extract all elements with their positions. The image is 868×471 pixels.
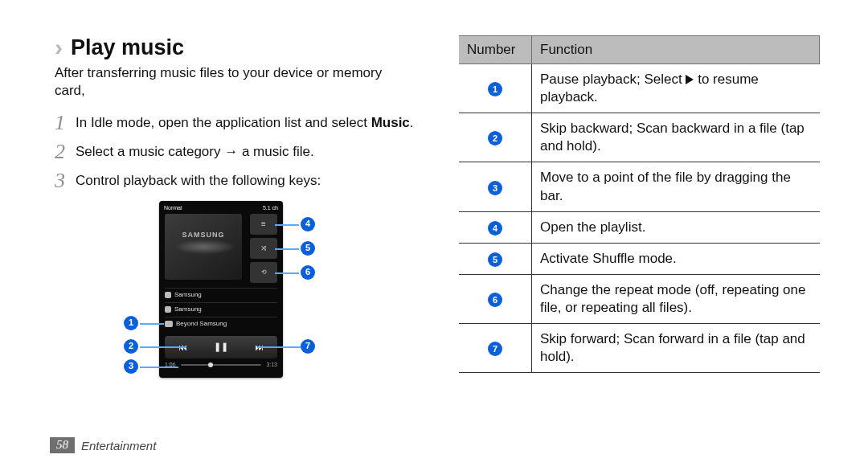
step-item: 3 Control playback with the following ke… [55, 172, 416, 191]
row-function: Open the playlist. [532, 211, 820, 243]
pause-icon: ❚❚ [214, 342, 228, 352]
callout-bubble: 7 [301, 339, 315, 354]
step-text: Control playback with the following keys… [76, 172, 321, 190]
row-function: Change the repeat mode (off, repeating o… [532, 274, 820, 323]
status-channel: 5.1 ch [263, 205, 278, 211]
table-row: 7 Skip forward; Scan forward in a file (… [459, 324, 820, 373]
repeat-icon: ⟲ [250, 262, 277, 283]
chevron-right-icon: › [55, 35, 63, 59]
table-row: 6 Change the repeat mode (off, repeating… [459, 274, 820, 323]
shuffle-icon: ⤨ [250, 238, 277, 259]
function-table: Number Function 1 Pause playback; Select… [459, 35, 820, 373]
section-name: Entertainment [81, 439, 156, 453]
intro-text: After transferring music files to your d… [55, 64, 416, 100]
person-icon [165, 292, 171, 298]
col-function-header: Function [532, 36, 820, 64]
play-icon [686, 75, 694, 84]
time-total: 3:13 [266, 362, 277, 367]
leader-line [140, 323, 164, 325]
step-number: 1 [55, 113, 76, 133]
step-item: 1 In Idle mode, open the application lis… [55, 114, 416, 133]
table-row: 5 Activate Shuffle mode. [459, 243, 820, 274]
music-player-figure: Normal 5.1 ch SAMSUNG ≡ ⤨ ⟲ Samsung Sams… [122, 201, 323, 394]
table-row: 2 Skip backward; Scan backward in a file… [459, 113, 820, 162]
row-function: Activate Shuffle mode. [532, 243, 820, 274]
samsung-logo: SAMSUNG [182, 231, 224, 239]
right-column: Number Function 1 Pause playback; Select… [459, 35, 820, 394]
page-number: 58 [50, 437, 75, 453]
table-row: 3 Move to a point of the file by draggin… [459, 162, 820, 211]
row-number-bubble: 6 [488, 293, 502, 307]
leader-line [275, 224, 299, 226]
note-icon [165, 321, 173, 327]
col-number-header: Number [459, 36, 532, 64]
row-function: Skip forward; Scan forward in a file (ta… [532, 324, 820, 373]
step-text: In Idle mode, open the application list … [76, 114, 414, 133]
playlist-icon: ≡ [250, 214, 277, 235]
table-row: 4 Open the playlist. [459, 211, 820, 243]
row-number-bubble: 5 [488, 252, 502, 267]
step-item: 2 Select a music category → a music file… [55, 143, 416, 162]
table-row: 1 Pause playback; Select to resume playb… [459, 64, 820, 113]
seek-track [181, 364, 261, 366]
callout-bubble: 4 [301, 217, 315, 231]
step-text: Select a music category → a music file. [76, 143, 314, 162]
artist-row: Samsung [165, 288, 277, 301]
callout-bubble: 1 [124, 316, 138, 330]
manual-page: › Play music After transferring music fi… [0, 0, 868, 471]
heading-text: Play music [71, 37, 184, 59]
album-art: SAMSUNG [165, 214, 242, 280]
seek-bar: 1:06 3:13 [165, 362, 277, 367]
callout-bubble: 5 [301, 241, 315, 256]
track-row: Beyond Samsung [165, 317, 277, 330]
row-number-bubble: 4 [488, 221, 502, 236]
callout-bubble: 3 [124, 359, 138, 374]
step-number: 3 [55, 170, 76, 191]
step-list: 1 In Idle mode, open the application lis… [55, 114, 416, 191]
album-row: Samsung [165, 302, 277, 316]
leader-line [140, 346, 186, 348]
row-number-bubble: 3 [488, 181, 502, 195]
row-number-bubble: 7 [488, 342, 502, 356]
callout-bubble: 2 [124, 339, 138, 354]
row-number-bubble: 2 [488, 131, 502, 145]
disc-icon [165, 306, 171, 313]
row-function: Move to a point of the file by dragging … [532, 162, 820, 211]
leader-line [140, 367, 178, 368]
row-function: Pause playback; Select to resume playbac… [532, 64, 820, 113]
status-mode: Normal [164, 205, 182, 211]
leader-line [275, 248, 299, 250]
leader-line [257, 346, 301, 348]
left-column: › Play music After transferring music fi… [55, 35, 416, 394]
section-heading: › Play music [55, 35, 416, 59]
page-footer: 58 Entertainment [50, 437, 156, 453]
leader-line [275, 272, 299, 274]
step-number: 2 [55, 141, 76, 162]
row-function: Skip backward; Scan backward in a file (… [532, 113, 820, 162]
phone-mock: Normal 5.1 ch SAMSUNG ≡ ⤨ ⟲ Samsung Sams… [159, 201, 283, 378]
row-number-bubble: 1 [488, 82, 502, 96]
callout-bubble: 6 [301, 265, 315, 280]
